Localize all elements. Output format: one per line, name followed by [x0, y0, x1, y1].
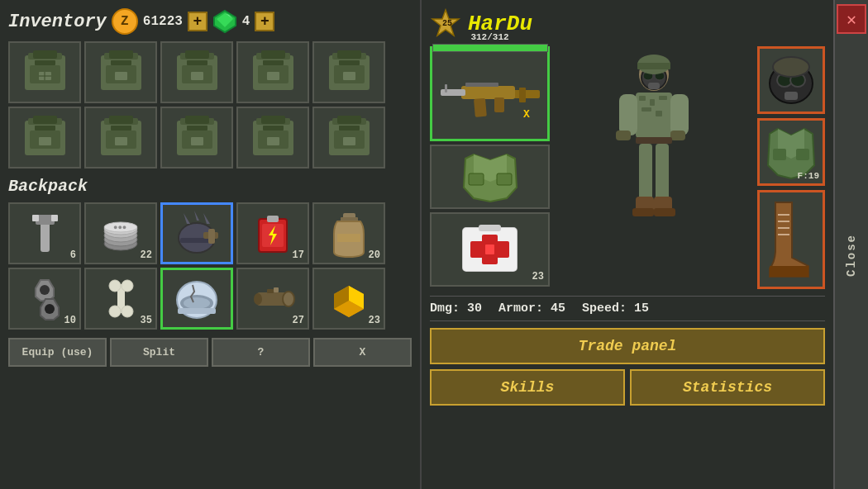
- skills-button[interactable]: Skills: [430, 369, 625, 406]
- bp-slot-gear[interactable]: 27: [236, 268, 309, 330]
- bp-slot-coin[interactable]: ●●● 22: [84, 202, 157, 264]
- coin-count: 61223: [143, 14, 183, 29]
- bp-slot-cube[interactable]: 23: [312, 268, 385, 330]
- boots-slot[interactable]: [757, 190, 825, 289]
- inventory-panel: Inventory Z 61223 + 4 +: [0, 0, 422, 489]
- svg-rect-19: [185, 50, 209, 59]
- svg-rect-13: [109, 50, 133, 59]
- right-equip-slots: F:19: [757, 46, 825, 289]
- inv-slot-9[interactable]: [236, 107, 309, 169]
- inv-slot-2[interactable]: [84, 41, 157, 103]
- inventory-title: Inventory: [8, 12, 107, 32]
- svg-rect-115: [519, 88, 526, 102]
- weapon-icon: X: [436, 61, 544, 127]
- svg-rect-119: [494, 97, 504, 112]
- battery-icon: [252, 211, 293, 256]
- equip-button[interactable]: Equip (use): [8, 338, 107, 367]
- bp-slot-spiked-helmet[interactable]: [160, 202, 233, 264]
- close-label[interactable]: Close: [845, 234, 858, 277]
- coin-badge: Z: [112, 8, 138, 35]
- svg-rect-107: [274, 287, 279, 292]
- svg-rect-7: [35, 60, 55, 65]
- svg-rect-146: [616, 131, 631, 140]
- chest-slot[interactable]: F:19: [757, 118, 825, 186]
- svg-point-91: [40, 285, 50, 295]
- inv-slot-6[interactable]: [8, 107, 81, 169]
- svg-rect-67: [32, 215, 39, 221]
- coin-pile-count: 22: [141, 249, 152, 261]
- svg-rect-25: [261, 50, 285, 59]
- bone-icon: [98, 276, 144, 321]
- bp-slot-battery[interactable]: 17: [236, 202, 309, 264]
- svg-rect-52: [191, 137, 203, 145]
- inv-slot-3[interactable]: [160, 41, 233, 103]
- inv-slot-8[interactable]: [160, 107, 233, 169]
- svg-rect-154: [654, 208, 675, 216]
- stats-row: Dmg: 30 Armor: 45 Speed: 15: [430, 296, 825, 321]
- gear-icon: [250, 276, 296, 321]
- svg-point-98: [122, 306, 133, 317]
- wrench-icon: [22, 211, 68, 256]
- split-button[interactable]: Split: [110, 338, 208, 367]
- svg-rect-148: [636, 137, 672, 144]
- inv-slot-7[interactable]: [84, 107, 157, 169]
- svg-rect-149: [639, 144, 652, 202]
- medkit-count: 23: [532, 271, 544, 282]
- statistics-button[interactable]: Statistics: [630, 369, 825, 406]
- close-sidebar: ✕ Close: [833, 0, 868, 489]
- svg-rect-46: [115, 137, 127, 145]
- weapon-slot[interactable]: 312/312: [430, 46, 550, 141]
- svg-rect-22: [191, 72, 203, 80]
- svg-rect-16: [115, 72, 127, 80]
- trade-panel-button[interactable]: Trade panel: [430, 328, 825, 364]
- svg-point-95: [109, 280, 121, 292]
- equipment-slots: 312/312: [430, 46, 550, 289]
- nut-icon: [22, 276, 68, 321]
- head-slot[interactable]: [757, 46, 825, 114]
- body-armor-slot[interactable]: [430, 145, 550, 209]
- svg-rect-116: [461, 86, 515, 99]
- svg-rect-117: [441, 89, 465, 96]
- close-x-button[interactable]: ✕: [837, 4, 866, 34]
- add-coin-button[interactable]: +: [188, 12, 207, 31]
- svg-point-105: [254, 293, 262, 305]
- svg-rect-124: [497, 173, 512, 185]
- svg-rect-39: [35, 126, 55, 131]
- svg-rect-21: [187, 60, 207, 65]
- bp-slot-cracked-helmet[interactable]: [160, 268, 233, 330]
- svg-rect-139: [639, 96, 646, 101]
- bp-slot-bottle[interactable]: 20: [312, 202, 385, 264]
- svg-rect-64: [343, 137, 355, 145]
- backpack-item-icon: [322, 49, 376, 97]
- svg-rect-137: [637, 63, 670, 69]
- svg-rect-161: [796, 149, 809, 160]
- svg-rect-129: [479, 225, 501, 231]
- bp-slot-wrench[interactable]: 6: [8, 202, 81, 264]
- svg-rect-28: [267, 72, 279, 80]
- bp-slot-bone[interactable]: 35: [84, 268, 157, 330]
- backpack-item-icon: [94, 49, 148, 97]
- svg-rect-102: [178, 308, 216, 314]
- svg-rect-31: [337, 50, 361, 59]
- svg-rect-118: [474, 97, 487, 116]
- svg-point-101: [184, 297, 210, 309]
- inv-slot-10[interactable]: [312, 107, 385, 169]
- svg-rect-142: [641, 107, 651, 112]
- svg-rect-82: [208, 229, 215, 244]
- medkit-slot[interactable]: 23: [430, 212, 550, 287]
- svg-marker-78: [184, 213, 190, 224]
- inv-slot-5[interactable]: [312, 41, 385, 103]
- svg-rect-160: [773, 149, 786, 160]
- question-button[interactable]: ?: [212, 338, 310, 367]
- svg-rect-5: [33, 50, 57, 59]
- svg-point-93: [45, 304, 55, 314]
- svg-rect-150: [656, 144, 669, 202]
- inv-slot-1[interactable]: [8, 41, 81, 103]
- svg-rect-63: [339, 126, 360, 131]
- bp-slot-nut[interactable]: 10: [8, 268, 81, 330]
- inv-slot-4[interactable]: [236, 41, 309, 103]
- add-gem-button[interactable]: +: [255, 12, 274, 31]
- bottle-icon: [331, 209, 368, 259]
- close-inv-button[interactable]: X: [313, 338, 412, 367]
- health-bar-container: 312/312: [432, 32, 547, 52]
